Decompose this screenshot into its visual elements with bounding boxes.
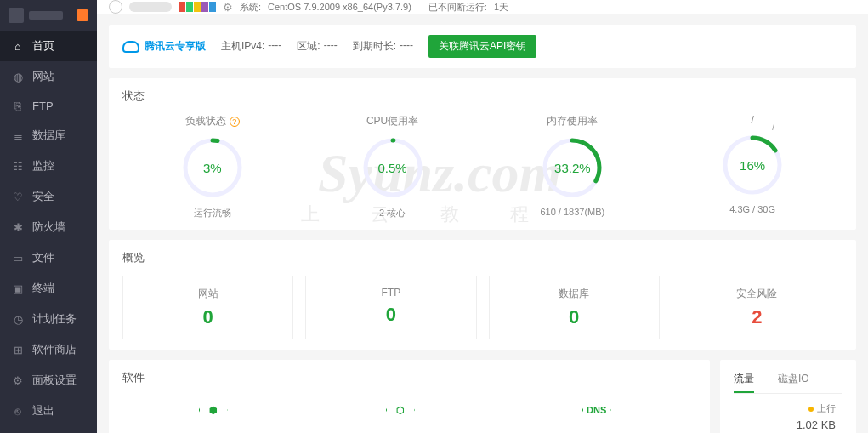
software-item-cos[interactable]: ⬡ 腾讯云COSFS 2.0▶ — [359, 396, 442, 433]
sidebar-item-label: 监控 — [32, 158, 54, 174]
gauge-1: CPU使用率 0.5% 2 核心 — [359, 114, 427, 219]
overview-card-3[interactable]: 安全风险2 — [672, 276, 842, 339]
gauge-0: 负载状态? 3% 运行流畅 — [179, 114, 247, 219]
cloud-icon — [122, 41, 139, 53]
sidebar-item-monitor[interactable]: ☷监控 — [0, 151, 97, 181]
sidebar-item-globe[interactable]: ◍网站 — [0, 61, 97, 92]
sidebar-item-label: 网站 — [32, 69, 54, 84]
gauge-2: 内存使用率 33.2% 610 / 1837(MB) — [538, 114, 606, 219]
overview-panel: 概览 网站0FTP0数据库0安全风险2 — [109, 240, 856, 350]
sidebar-item-clock[interactable]: ◷计划任务 — [0, 304, 97, 334]
traffic-panel: 流量磁盘IO 上行 1.02 KB 单位:KB/s 70 — [720, 360, 856, 433]
sidebar-item-folder[interactable]: ▭文件 — [0, 242, 97, 273]
status-strip — [179, 2, 216, 12]
sidebar-item-exit[interactable]: ⎋退出 — [0, 396, 97, 426]
overview-card-1[interactable]: FTP0 — [305, 276, 476, 339]
cloud-logo: 腾讯云专享版 — [122, 39, 206, 54]
software-panel: 软件 ⬢ 腾讯云CDN 1.0▶⬡ 腾讯云COSFS 2.0▶DNS 腾讯云DN… — [109, 360, 710, 433]
home-icon: ⌂ — [12, 40, 24, 52]
sidebar-item-home[interactable]: ⌂首页 — [0, 31, 97, 61]
overview-card-2[interactable]: 数据库0 — [489, 276, 660, 339]
dns-icon: DNS — [582, 396, 611, 424]
software-title: 软件 — [122, 370, 696, 385]
topbar: ⚙ 系统: CentOS 7.9.2009 x86_64(Py3.7.9) 已不… — [97, 0, 868, 14]
sidebar-item-terminal[interactable]: ▣终端 — [0, 273, 97, 304]
db-icon: ≣ — [12, 129, 24, 141]
uptime-label: 已不间断运行: — [428, 1, 487, 14]
sidebar-item-label: 防火墙 — [32, 219, 65, 235]
sidebar-item-label: 文件 — [32, 250, 54, 265]
cdn-icon: ⬢ — [199, 396, 228, 424]
sidebar: ⌂首页◍网站⎘FTP≣数据库☷监控♡安全✱防火墙▭文件▣终端◷计划任务⊞软件商店… — [0, 0, 97, 433]
up-dot-icon — [808, 407, 814, 412]
grid-icon: ⊞ — [12, 344, 24, 356]
gauge-3: / /16% 4.3G / 30G — [718, 114, 786, 219]
sys-value: CentOS 7.9.2009 x86_64(Py3.7.9) — [268, 2, 411, 12]
up-value: 1.02 KB — [734, 419, 836, 431]
software-item-cdn[interactable]: ⬢ 腾讯云CDN 1.0▶ — [177, 396, 248, 433]
traffic-tab-0[interactable]: 流量 — [734, 370, 754, 393]
sidebar-item-shield[interactable]: ♡安全 — [0, 181, 97, 212]
username-blur — [129, 2, 172, 12]
traffic-tab-1[interactable]: 磁盘IO — [778, 370, 809, 393]
avatar-icon — [109, 0, 122, 14]
sidebar-item-label: 计划任务 — [32, 311, 77, 327]
sidebar-item-ftp[interactable]: ⎘FTP — [0, 92, 97, 120]
shield-icon: ♡ — [12, 191, 24, 202]
sidebar-item-label: 安全 — [32, 189, 54, 204]
bind-api-button[interactable]: 关联腾讯云API密钥 — [428, 35, 536, 58]
sidebar-item-fire[interactable]: ✱防火墙 — [0, 212, 97, 242]
sidebar-item-label: FTP — [32, 100, 54, 112]
globe-icon: ◍ — [12, 71, 24, 83]
sidebar-item-label: 软件商店 — [32, 342, 77, 357]
sidebar-logo — [0, 0, 97, 31]
ftp-icon: ⎘ — [12, 100, 24, 112]
fire-icon: ✱ — [12, 221, 24, 233]
cloud-panel: 腾讯云专享版 主机IPv4:---- 区域:---- 到期时长:---- 关联腾… — [109, 25, 856, 68]
main: ⚙ 系统: CentOS 7.9.2009 x86_64(Py3.7.9) 已不… — [97, 0, 868, 433]
sidebar-item-label: 终端 — [32, 281, 54, 296]
software-item-dns[interactable]: DNS 腾讯云DNS解析 1.0▶ — [552, 396, 642, 433]
status-panel: 状态 负载状态? 3% 运行流畅CPU使用率 0.5% 2 核心内存使用率 33… — [109, 78, 856, 230]
overview-title: 概览 — [122, 250, 842, 265]
exit-icon: ⎋ — [12, 405, 24, 417]
sidebar-item-gear[interactable]: ⚙面板设置 — [0, 365, 97, 396]
overview-card-0[interactable]: 网站0 — [122, 276, 293, 339]
uptime-value: 1天 — [494, 1, 508, 14]
sidebar-item-db[interactable]: ≣数据库 — [0, 120, 97, 151]
help-icon[interactable]: ? — [230, 117, 240, 127]
clock-icon: ◷ — [12, 313, 24, 325]
status-title: 状态 — [122, 88, 842, 104]
sidebar-item-label: 首页 — [32, 38, 54, 54]
gear-icon[interactable]: ⚙ — [223, 1, 233, 14]
sidebar-item-label: 面板设置 — [32, 373, 77, 388]
sidebar-item-label: 退出 — [32, 403, 54, 419]
sidebar-item-grid[interactable]: ⊞软件商店 — [0, 334, 97, 365]
monitor-icon: ☷ — [12, 160, 24, 172]
terminal-icon: ▣ — [12, 282, 24, 294]
sidebar-item-label: 数据库 — [32, 128, 65, 143]
sys-label: 系统: — [240, 1, 261, 14]
gear-icon: ⚙ — [12, 374, 24, 386]
folder-icon: ▭ — [12, 252, 24, 264]
up-label: 上行 — [817, 402, 836, 415]
cos-icon: ⬡ — [386, 396, 415, 424]
